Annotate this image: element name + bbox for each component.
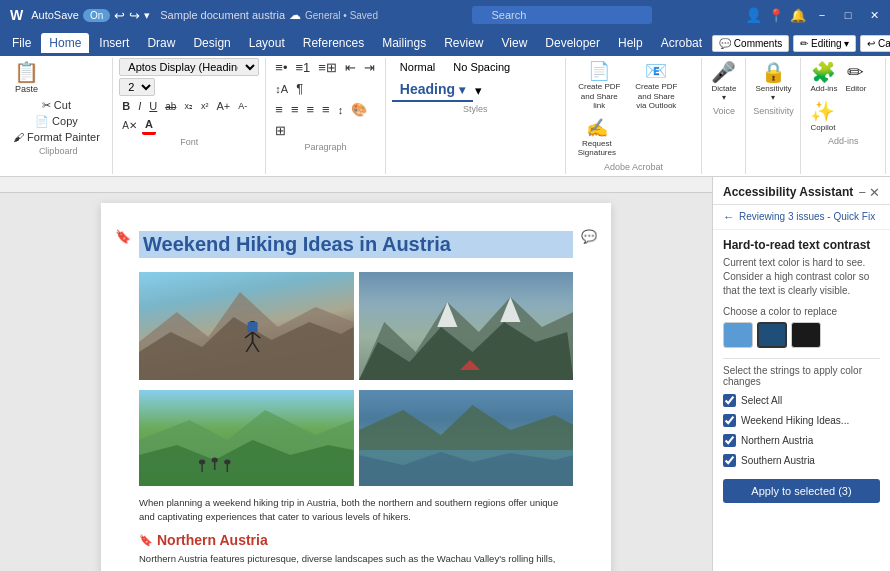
- search-input[interactable]: [472, 6, 652, 24]
- mountain-svg-3: [139, 390, 354, 486]
- align-right-button[interactable]: ≡: [303, 100, 317, 119]
- numbering-button[interactable]: ≡1: [292, 58, 313, 77]
- color-swatch-dark-blue[interactable]: [757, 322, 787, 348]
- comments-button[interactable]: 💬 Comments: [712, 35, 789, 52]
- panel-minimize-button[interactable]: −: [858, 185, 866, 200]
- request-signatures-button[interactable]: ✍ Request Signatures: [572, 115, 622, 160]
- format-painter-button[interactable]: 🖌 Format Painter: [10, 130, 103, 144]
- sensitivity-group-label: Sensitivity: [752, 106, 794, 116]
- increase-indent-button[interactable]: ⇥: [361, 58, 378, 77]
- menu-developer[interactable]: Developer: [537, 33, 608, 53]
- cut-button[interactable]: ✂ Cut: [10, 98, 103, 113]
- panel-back-text: Reviewing 3 issues - Quick Fix: [739, 211, 875, 222]
- font-size-decrease-button[interactable]: A-: [235, 99, 250, 113]
- borders-button[interactable]: ⊞: [272, 121, 289, 140]
- create-pdf-share-button[interactable]: 📄 Create PDF and Share link: [572, 58, 627, 113]
- checkbox-select-all[interactable]: Select All: [723, 392, 880, 409]
- menu-draw[interactable]: Draw: [139, 33, 183, 53]
- apply-button[interactable]: Apply to selected (3): [723, 479, 880, 503]
- menu-design[interactable]: Design: [185, 33, 238, 53]
- show-marks-button[interactable]: ¶: [293, 79, 306, 98]
- signatures-label: Request Signatures: [575, 139, 619, 158]
- redo-icon[interactable]: ↪: [129, 8, 140, 23]
- decrease-indent-button[interactable]: ⇤: [342, 58, 359, 77]
- panel-back-link[interactable]: ← Reviewing 3 issues - Quick Fix: [713, 205, 890, 230]
- font-size-increase-button[interactable]: A+: [213, 98, 233, 114]
- shading-button[interactable]: 🎨: [348, 100, 370, 119]
- menu-help[interactable]: Help: [610, 33, 651, 53]
- create-pdf-outlook-button[interactable]: 📧 Create PDF and Share via Outlook: [629, 58, 684, 113]
- justify-button[interactable]: ≡: [319, 100, 333, 119]
- strikethrough-button[interactable]: ab: [162, 99, 179, 114]
- checkbox-weekend-hiking[interactable]: Weekend Hiking Ideas...: [723, 412, 880, 429]
- clear-format-button[interactable]: A✕: [119, 118, 140, 133]
- checkbox-southern-austria-label: Southern Austria: [741, 455, 815, 466]
- addins-button[interactable]: 🧩 Add-ins: [807, 58, 840, 95]
- font-color-button[interactable]: A: [142, 116, 156, 135]
- panel-close-button[interactable]: ✕: [869, 185, 880, 200]
- checkbox-southern-austria-input[interactable]: [723, 454, 736, 467]
- choose-color-label: Choose a color to replace: [723, 306, 880, 317]
- addins-icon: 🧩: [811, 60, 836, 84]
- color-swatch-black[interactable]: [791, 322, 821, 348]
- menu-view[interactable]: View: [494, 33, 536, 53]
- ribbon-group-clipboard: 📋 Paste ✂ Cut 📄 Copy 🖌 Format Painter Cl…: [4, 58, 113, 174]
- close-button[interactable]: ✕: [864, 6, 884, 24]
- style-no-spacing[interactable]: No Spacing: [445, 58, 518, 76]
- color-swatch-light-blue[interactable]: [723, 322, 753, 348]
- menu-acrobat[interactable]: Acrobat: [653, 33, 710, 53]
- menu-layout[interactable]: Layout: [241, 33, 293, 53]
- sensitivity-button[interactable]: 🔒 Sensitivity ▾: [752, 58, 794, 104]
- font-size-select[interactable]: 20: [119, 78, 155, 96]
- checkbox-weekend-hiking-input[interactable]: [723, 414, 736, 427]
- editing-button[interactable]: ✏ Editing ▾: [793, 35, 856, 52]
- image-3: [139, 390, 354, 486]
- menu-insert[interactable]: Insert: [91, 33, 137, 53]
- catchup-button[interactable]: ↩ Catch up: [860, 35, 890, 52]
- location-icon[interactable]: 📍: [768, 8, 784, 23]
- copilot-button[interactable]: ✨ Copilot: [807, 97, 838, 134]
- align-left-button[interactable]: ≡: [272, 100, 286, 119]
- subscript-button[interactable]: x₂: [181, 99, 196, 113]
- style-heading1[interactable]: Heading ▾: [392, 78, 473, 102]
- styles-more-icon[interactable]: ▾: [475, 83, 482, 98]
- menu-mailings[interactable]: Mailings: [374, 33, 434, 53]
- underline-button[interactable]: U: [146, 98, 160, 114]
- italic-button[interactable]: I: [135, 98, 144, 114]
- document-body-text: When planning a weekend hiking trip in A…: [139, 496, 573, 525]
- paragraph-label: Paragraph: [272, 142, 379, 152]
- ribbon-group-styles: Normal No Spacing Heading ▾ ▾ Styles: [386, 58, 566, 174]
- maximize-button[interactable]: □: [838, 6, 858, 24]
- title-bar-center: [384, 6, 739, 24]
- undo-icon[interactable]: ↩: [114, 8, 125, 23]
- minimize-button[interactable]: −: [812, 6, 832, 24]
- customize-icon[interactable]: ▾: [144, 9, 150, 22]
- bullets-button[interactable]: ≡•: [272, 58, 290, 77]
- copy-button[interactable]: 📄 Copy: [10, 114, 103, 129]
- checkbox-northern-austria-input[interactable]: [723, 434, 736, 447]
- bell-icon[interactable]: 🔔: [790, 8, 806, 23]
- styles-label: Styles: [392, 104, 559, 114]
- line-spacing-button[interactable]: ↕: [335, 102, 347, 118]
- superscript-button[interactable]: x²: [198, 99, 212, 113]
- cloud-icon: ☁: [289, 8, 301, 22]
- menu-review[interactable]: Review: [436, 33, 491, 53]
- checkbox-southern-austria[interactable]: Southern Austria: [723, 452, 880, 469]
- editor-button[interactable]: ✏ Editor: [843, 58, 870, 95]
- paste-button[interactable]: 📋 Paste: [10, 58, 43, 96]
- menu-references[interactable]: References: [295, 33, 372, 53]
- style-normal[interactable]: Normal: [392, 58, 443, 76]
- sort-button[interactable]: ↕A: [272, 81, 291, 97]
- user-avatar[interactable]: 👤: [745, 7, 762, 23]
- font-family-select[interactable]: Aptos Display (Heading): [119, 58, 259, 76]
- bold-button[interactable]: B: [119, 98, 133, 114]
- menu-home[interactable]: Home: [41, 33, 89, 53]
- align-center-button[interactable]: ≡: [288, 100, 302, 119]
- mountain-svg-4: [359, 390, 574, 486]
- checkbox-select-all-input[interactable]: [723, 394, 736, 407]
- autosave-toggle[interactable]: On: [83, 9, 110, 22]
- checkbox-northern-austria[interactable]: Northern Austria: [723, 432, 880, 449]
- multilevel-button[interactable]: ≡⊞: [315, 58, 340, 77]
- menu-file[interactable]: File: [4, 33, 39, 53]
- dictate-button[interactable]: 🎤 Dictate ▾: [708, 58, 739, 104]
